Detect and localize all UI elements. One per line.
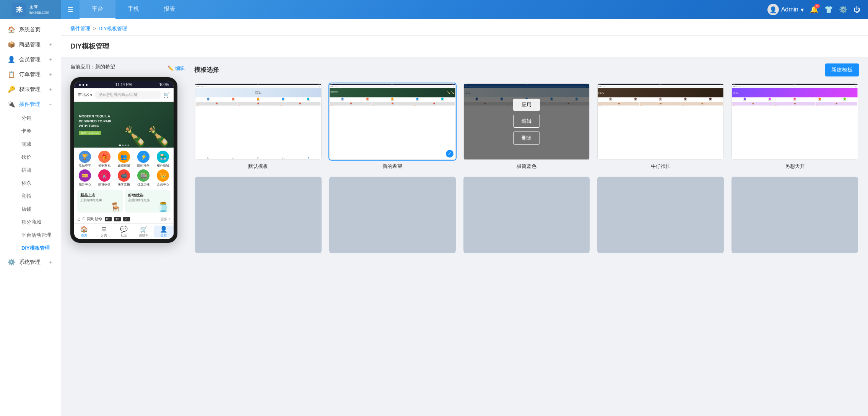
sidebar-label-orders: 订单管理 bbox=[19, 71, 41, 78]
sidebar-sub-fenxiao[interactable]: 分销 bbox=[17, 112, 61, 125]
new-template-button[interactable]: 新建模板 bbox=[825, 63, 859, 76]
phone-search[interactable]: 搜索您想看的商品/店铺 bbox=[94, 91, 161, 99]
icon-shop[interactable]: 🏬 优选店铺 bbox=[135, 169, 153, 187]
phone-cart-icon[interactable]: 🛒 bbox=[163, 92, 170, 98]
icon-label-live: 来客直播 bbox=[118, 182, 130, 187]
logo-main: 来客 bbox=[29, 5, 49, 10]
bottom-nav-cart[interactable]: 🛒 购物车 bbox=[134, 226, 154, 237]
sidebar-sub-miaosha[interactable]: 秒杀 bbox=[17, 177, 61, 190]
templates-grid: ● ● ●11:14100% 市北区 ▾ 搜索... 🛒 全新出"机"有大牌 买… bbox=[194, 83, 859, 262]
banner-btn[interactable]: BUY TEQUILA bbox=[79, 131, 101, 135]
sidebar-sub-manjian[interactable]: 满减 bbox=[17, 138, 61, 151]
logo-area: 来 来客 laiketui.com bbox=[0, 0, 61, 19]
breadcrumb-parent[interactable]: 插件管理 bbox=[70, 26, 90, 31]
template-card-blue[interactable]: ● ● ●11:14100% 市北区 ▾ 搜索... 🛒 全新出"机"有大牌 买… bbox=[463, 83, 591, 170]
breadcrumb: 插件管理 > DIY模板管理 bbox=[61, 19, 868, 36]
notification-icon[interactable]: 🔔 2 bbox=[810, 5, 818, 14]
sidebar-sub-coupon[interactable]: 卡券 bbox=[17, 125, 61, 138]
banner-title: MODERN TEQUILADESIGNED TO PAIRWITH TONIC bbox=[79, 114, 111, 128]
tshirt-icon[interactable]: 👕 bbox=[824, 5, 833, 14]
hamburger-icon[interactable]: ☰ bbox=[61, 5, 80, 14]
template-card-default[interactable]: ● ● ●11:14100% 市北区 ▾ 搜索... 🛒 全新出"机"有大牌 买… bbox=[194, 83, 322, 170]
plus-icon-members[interactable]: ＋ bbox=[48, 56, 53, 63]
bottom-nav-category[interactable]: ☰ 分类 bbox=[94, 226, 114, 237]
plus-icon-orders[interactable]: ＋ bbox=[48, 71, 53, 78]
template-card-cowboy[interactable]: ● ● ●11:14100% 市北区 ▾ 搜索... 🛒 全新出"机"有大牌 买… bbox=[597, 83, 725, 170]
template-card-empty-5 bbox=[731, 176, 859, 262]
sidebar-item-members[interactable]: 👤 会员管理 ＋ bbox=[0, 52, 61, 67]
system-icon: ⚙️ bbox=[8, 258, 15, 266]
bottom-nav-community[interactable]: 💬 社区 bbox=[114, 226, 134, 237]
sidebar-item-orders[interactable]: 📋 订单管理 ＋ bbox=[0, 67, 61, 82]
icon-jifenshop[interactable]: 🏪 积分商城 bbox=[154, 151, 172, 168]
template-card-hope[interactable]: ● ● ●11:14100% 市北区 ▾ 搜索... 🛒 MODERN TEQU… bbox=[328, 83, 457, 170]
logo-text-block: 来客 laiketui.com bbox=[29, 5, 49, 14]
sidebar-item-products[interactable]: 📦 商品管理 ＋ bbox=[0, 37, 61, 52]
edit-link[interactable]: ✏️ 编辑 bbox=[167, 65, 185, 72]
template-card-dream[interactable]: ● ● ●11:14100% 市北区 ▾ 搜索... 🛒 全新出"机"有大牌 买… bbox=[731, 83, 859, 170]
nav-tab-platform[interactable]: 平台 bbox=[80, 0, 115, 19]
nav-tab-report[interactable]: 报表 bbox=[151, 0, 187, 19]
plus-icon-products[interactable]: ＋ bbox=[48, 41, 53, 48]
main-content: 插件管理 > DIY模板管理 DIY模板管理 当前应用：新的希望 ✏️ 编辑 ●… bbox=[61, 19, 868, 416]
edit-btn-blue[interactable]: 编辑 bbox=[513, 115, 540, 128]
icon-coupon[interactable]: 🎫 领券中心 bbox=[76, 169, 94, 187]
nav-tab-mobile[interactable]: 手机 bbox=[115, 0, 151, 19]
countdown-more[interactable]: 更多 > bbox=[161, 217, 171, 222]
icon-circle-pintuan: 👥 bbox=[118, 151, 130, 163]
icon-live[interactable]: 📹 来客直播 bbox=[115, 169, 133, 187]
template-thumb-hope: ● ● ●11:14100% 市北区 ▾ 搜索... 🛒 MODERN TEQU… bbox=[328, 83, 457, 161]
sidebar-sub-score[interactable]: 积分商城 bbox=[17, 216, 61, 229]
promo-card-new[interactable]: 新品上市 上新好物抢先购 🪑 bbox=[77, 190, 123, 213]
icon-circle-kanjia: ✂️ bbox=[98, 169, 111, 182]
icon-miaosha[interactable]: ⚡ 限时秒杀 bbox=[135, 151, 153, 168]
template-name-empty-2 bbox=[328, 256, 457, 262]
top-nav: 来 来客 laiketui.com ☰ 平台 手机 报表 👤 Admin ▾ 🔔… bbox=[0, 0, 868, 19]
template-name-hope: 新的希望 bbox=[328, 163, 457, 170]
members-icon: 👤 bbox=[8, 56, 15, 63]
icon-jingpai[interactable]: 🏆 竞拍夺宝 bbox=[76, 151, 94, 168]
power-icon[interactable]: ⏻ bbox=[853, 6, 860, 14]
icon-circle-jingpai: 🏆 bbox=[79, 151, 91, 163]
icon-member[interactable]: 👑 会员中心 bbox=[154, 169, 172, 187]
bottom-icon-profile: 👤 bbox=[160, 226, 167, 233]
template-thumb-cowboy: ● ● ●11:14100% 市北区 ▾ 搜索... 🛒 全新出"机"有大牌 买… bbox=[597, 83, 725, 161]
icon-label-jifenshop: 积分商城 bbox=[157, 164, 169, 168]
bottom-nav-profile[interactable]: 👤 当前 bbox=[154, 226, 174, 237]
template-name-empty-5 bbox=[731, 256, 859, 262]
template-section: 模板选择 新建模板 ● ● ●11:14100% 市北区 ▾ bbox=[194, 63, 859, 262]
plus-icon-system[interactable]: ＋ bbox=[48, 259, 53, 266]
icon-pintuan[interactable]: 👥 超值拼团 bbox=[115, 151, 133, 168]
sidebar-sub-diy[interactable]: DIY模板管理 bbox=[17, 242, 61, 255]
sidebar-item-home[interactable]: 🏠 系统首页 bbox=[0, 22, 61, 37]
icon-kanjia[interactable]: ✂️ 疯狂砍价 bbox=[95, 169, 113, 187]
nav-tabs: 平台 手机 报表 bbox=[80, 0, 767, 19]
admin-menu[interactable]: 👤 Admin ▾ bbox=[767, 4, 804, 15]
icon-circle-member: 👑 bbox=[157, 169, 169, 182]
sidebar-item-permissions[interactable]: 🔑 权限管理 ＋ bbox=[0, 82, 61, 97]
bottom-nav-home[interactable]: 🏠 首页 bbox=[74, 226, 94, 237]
notification-badge: 2 bbox=[814, 4, 820, 8]
sidebar-item-system[interactable]: ⚙️ 系统管理 ＋ bbox=[0, 255, 61, 270]
sidebar-sub-kanjia[interactable]: 砍价 bbox=[17, 151, 61, 164]
sidebar-sub-jingpai[interactable]: 竞拍 bbox=[17, 190, 61, 203]
sidebar-sub-platform[interactable]: 平台活动管理 bbox=[17, 229, 61, 242]
plus-icon-permissions[interactable]: ＋ bbox=[48, 86, 53, 93]
promo-card-good[interactable]: 好物优选 品质好物优先选 🫙 bbox=[125, 190, 171, 213]
sidebar-sub-pintuan[interactable]: 拼团 bbox=[17, 164, 61, 177]
phone-location[interactable]: 市北区 ▾ bbox=[78, 92, 92, 98]
sidebar-label-products: 商品管理 bbox=[19, 41, 41, 48]
icon-circle-coupon: 🎫 bbox=[79, 169, 91, 182]
icon-qiandao[interactable]: 🎁 签到有礼 bbox=[95, 151, 113, 168]
sidebar-item-plugins[interactable]: 🔌 插件管理 － bbox=[0, 97, 61, 112]
minus-icon-plugins[interactable]: － bbox=[48, 101, 53, 108]
nav-right-area: 👤 Admin ▾ 🔔 2 👕 ⚙️ ⏻ bbox=[767, 4, 868, 15]
orders-icon: 📋 bbox=[8, 71, 15, 78]
settings-icon[interactable]: ⚙️ bbox=[839, 5, 847, 14]
delete-btn-blue[interactable]: 删除 bbox=[513, 132, 540, 145]
apply-btn-blue[interactable]: 应用 bbox=[513, 99, 540, 111]
sidebar-sub-shop[interactable]: 店铺 bbox=[17, 203, 61, 216]
bottom-label-profile: 当前 bbox=[161, 233, 167, 237]
promo-title-new: 新品上市 bbox=[80, 193, 120, 198]
dot-inactive bbox=[122, 145, 124, 146]
